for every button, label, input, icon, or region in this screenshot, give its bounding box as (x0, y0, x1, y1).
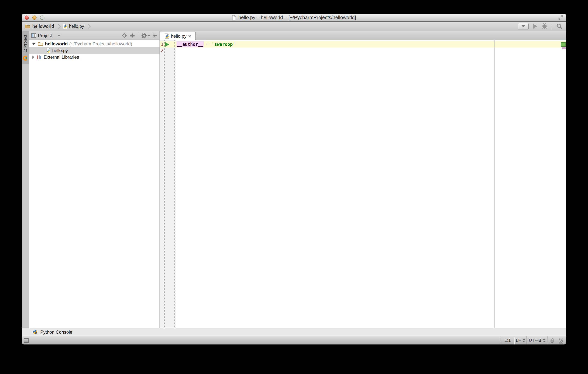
run-toolbar (518, 23, 563, 30)
breadcrumb-project[interactable]: helloworld (32, 24, 54, 29)
tree-root-path: (~/PycharmProjects/helloworld) (69, 41, 132, 47)
editor-tab-bar: hello.py × (160, 31, 566, 40)
minimize-button[interactable] (32, 16, 37, 20)
chevron-right-icon (86, 24, 91, 29)
locate-icon[interactable] (122, 33, 127, 38)
editor-content[interactable]: 1 2 __author__ = 'swaroop' (160, 40, 566, 328)
code-line-1[interactable]: __author__ = 'swaroop' (177, 41, 235, 47)
caret-position-widget[interactable]: 1:1 (501, 336, 514, 344)
zoom-button[interactable] (40, 16, 44, 20)
resize-icon[interactable] (558, 15, 563, 20)
run-icon[interactable] (533, 24, 537, 29)
python-console-icon (33, 330, 38, 335)
run-line-marker-icon[interactable] (165, 42, 169, 47)
tree-root-name: helloworld (45, 41, 68, 47)
main-area: 1: Project Project (22, 31, 566, 328)
error-stripe-mark[interactable] (562, 47, 566, 49)
document-icon (232, 15, 236, 21)
toggle-toolwindows-icon[interactable] (24, 338, 29, 343)
pycharm-project-icon (23, 56, 28, 61)
spinner-arrows-icon (523, 339, 525, 342)
gutter-separator (164, 40, 165, 328)
spinner-arrows-icon (543, 339, 546, 342)
line-separator-widget[interactable]: LF (514, 336, 526, 344)
python-file-icon (165, 33, 169, 39)
toolbar-separator (552, 23, 552, 30)
line-separator-value: LF (516, 336, 521, 344)
pycharm-window: hello.py – helloworld – [~/PycharmProjec… (22, 14, 566, 344)
tool-window-tab-label: 1: Project (22, 28, 29, 59)
right-margin-guide (494, 40, 495, 328)
window-title: hello.py – helloworld – [~/PycharmProjec… (238, 15, 356, 21)
python-console-button[interactable]: Python Console (40, 330, 72, 335)
libraries-icon (37, 55, 42, 60)
expand-arrow-icon[interactable] (32, 55, 34, 59)
caret-position-value: 1:1 (505, 336, 511, 344)
chevron-right-icon (56, 24, 61, 29)
tool-window-strip: 1: Project (22, 31, 29, 328)
close-button[interactable] (25, 16, 29, 20)
code-string-literal: 'swaroop' (212, 42, 235, 47)
encoding-widget[interactable]: UTF-8 (527, 336, 547, 344)
run-configuration-dropdown[interactable] (518, 23, 529, 30)
panel-title-dropdown-icon[interactable] (57, 35, 61, 37)
tree-file-name: hello.py (52, 48, 68, 53)
editor-gutter (160, 40, 176, 328)
gear-icon[interactable] (141, 33, 147, 38)
folder-icon (38, 42, 43, 46)
statusbar-divider (547, 336, 548, 344)
code-author-identifier: __author__ (177, 41, 204, 47)
editor-area: hello.py × 1 2 __author__ = 'swaroop' (160, 31, 566, 328)
tree-external-label: External Libraries (44, 54, 79, 60)
code-operator: = (204, 42, 212, 47)
debug-icon[interactable] (541, 23, 547, 30)
tree-row-external-libraries[interactable]: External Libraries (29, 54, 159, 60)
project-view-icon (31, 33, 36, 38)
hide-panel-icon[interactable] (152, 33, 157, 38)
folder-icon (25, 24, 31, 29)
unlock-icon[interactable] (550, 338, 555, 343)
search-icon[interactable] (556, 23, 562, 29)
project-panel: Project (29, 31, 159, 328)
gutter-separator (174, 40, 175, 328)
inspection-profile-icon[interactable] (557, 337, 564, 344)
tool-window-tab-project[interactable]: 1: Project (22, 31, 29, 64)
inspection-status-indicator[interactable] (561, 42, 566, 47)
gear-dropdown-icon[interactable] (148, 35, 150, 37)
titlebar[interactable]: hello.py – helloworld – [~/PycharmProjec… (22, 14, 566, 21)
traffic-lights (25, 16, 44, 20)
collapse-all-icon[interactable] (130, 33, 135, 38)
tab-label: hello.py (171, 33, 187, 39)
status-bar: 1:1 LF UTF-8 (22, 336, 566, 344)
project-panel-header: Project (29, 31, 159, 40)
tree-row-root[interactable]: helloworld (~/PycharmProjects/helloworld… (29, 41, 159, 47)
collapse-arrow-icon[interactable] (32, 43, 36, 45)
tree-row-file-selected[interactable]: hello.py (29, 47, 159, 54)
line-number: 1 (160, 41, 163, 47)
encoding-value: UTF-8 (529, 336, 541, 344)
desktop-background: hello.py – helloworld – [~/PycharmProjec… (0, 0, 588, 374)
python-file-icon (63, 23, 67, 29)
line-number: 2 (160, 47, 163, 54)
python-file-icon (46, 48, 51, 53)
tab-close-icon[interactable]: × (188, 34, 191, 38)
breadcrumb-file[interactable]: hello.py (69, 24, 84, 29)
tab-hello-py[interactable]: hello.py × (160, 32, 196, 40)
navigation-bar: helloworld hello.py (22, 21, 566, 31)
panel-title: Project (38, 31, 52, 40)
bottom-tool-window-bar: Python Console (22, 328, 566, 336)
